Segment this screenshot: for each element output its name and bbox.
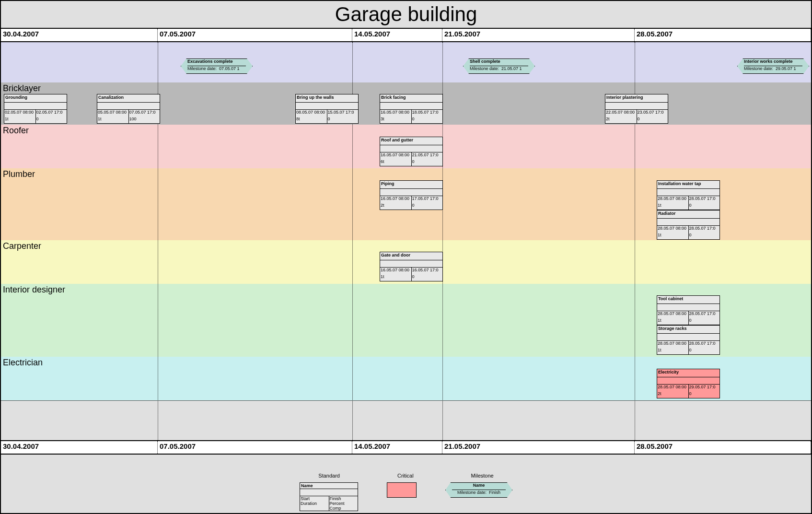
- legend-milestone-box: NameMilestone date: Finish: [445, 482, 512, 498]
- task-percent: 0: [637, 117, 668, 123]
- task-name: Piping: [380, 181, 442, 189]
- task-percent: 0: [412, 203, 443, 210]
- legend-label-milestone: Milestone: [471, 473, 494, 479]
- milestone-date: Milestone date: 29.05.07 1: [744, 66, 802, 73]
- task-duration: 1t: [657, 318, 689, 325]
- legend-label-standard: Standard: [318, 473, 340, 479]
- task-node[interactable]: Electricity28.05.07 08:0029.05.07 17:02t…: [657, 369, 720, 398]
- task-finish: 17.05.07 17:0: [412, 196, 443, 203]
- milestone-name: Excavations complete: [187, 59, 246, 66]
- task-name: Electricity: [657, 369, 719, 377]
- legend: Standard Critical Milestone Name StartFi…: [1, 473, 811, 511]
- task-duration: 1t: [4, 117, 36, 123]
- task-finish: 28.05.07 17:0: [689, 196, 720, 203]
- timeline-header-top: 30.04.200707.05.200714.05.200721.05.2007…: [1, 29, 811, 42]
- task-finish: 29.05.07 17:0: [689, 385, 720, 391]
- task-percent: 0: [689, 348, 720, 354]
- task-node[interactable]: Grounding02.05.07 08:0002.05.07 17:01t0: [4, 94, 67, 124]
- task-duration: 1t: [97, 117, 129, 123]
- task-node[interactable]: Installation water tap28.05.07 08:0028.0…: [657, 180, 720, 210]
- milestone-date: Milestone date: 07.05.07 1: [187, 66, 246, 73]
- swimlane-label: Carpenter: [3, 241, 41, 251]
- task-start: 16.05.07 08:00: [380, 110, 412, 117]
- task-name: Canalization: [97, 94, 160, 103]
- milestone-name: Shell complete: [470, 59, 528, 66]
- task-start: 05.05.07 08:00: [97, 110, 129, 117]
- task-finish: 23.05.07 17:0: [637, 110, 668, 117]
- task-percent: 0: [412, 117, 443, 123]
- task-percent: 0: [689, 391, 720, 398]
- chart-body: BricklayerRooferPlumberCarpenterInterior…: [1, 42, 811, 440]
- task-node[interactable]: Canalization05.05.07 08:0007.05.07 17:01…: [97, 94, 160, 124]
- task-duration: 1t: [657, 203, 689, 210]
- task-duration: 1t: [380, 274, 412, 281]
- task-name: Interior plastering: [605, 94, 668, 103]
- task-node[interactable]: Brick facing16.05.07 08:0018.05.07 17:03…: [380, 94, 443, 124]
- task-finish: 15.05.07 17:0: [327, 110, 359, 117]
- chart-title: Garage building: [1, 1, 811, 29]
- task-start: 28.05.07 08:00: [657, 311, 689, 318]
- task-duration: 1t: [657, 233, 689, 239]
- task-node[interactable]: Storage racks28.05.07 08:0028.05.07 17:0…: [657, 325, 720, 355]
- task-name: Brick facing: [380, 94, 442, 103]
- task-node[interactable]: Radiator28.05.07 08:0028.05.07 17:01t0: [657, 210, 720, 240]
- task-finish: 07.05.07 17:0: [129, 110, 160, 117]
- task-name: Roof and gutter: [380, 137, 442, 145]
- task-name: Tool cabinet: [657, 296, 719, 304]
- legend-critical-box: [387, 482, 417, 498]
- task-node[interactable]: Interior plastering22.05.07 08:0023.05.0…: [605, 94, 668, 124]
- date-cell: 14.05.2007: [352, 441, 442, 454]
- task-start: 28.05.07 08:00: [657, 226, 689, 233]
- task-node[interactable]: Tool cabinet28.05.07 08:0028.05.07 17:01…: [657, 295, 720, 325]
- task-percent: 0: [327, 117, 359, 123]
- task-finish: 28.05.07 17:0: [689, 311, 720, 318]
- swimlane: [1, 42, 811, 83]
- task-node[interactable]: Bring up the walls08.05.07 08:0015.05.07…: [295, 94, 359, 124]
- task-name: Installation water tap: [657, 181, 719, 189]
- task-finish: 02.05.07 17:0: [36, 110, 67, 117]
- date-cell: 21.05.2007: [442, 29, 635, 41]
- task-percent: 0: [689, 203, 720, 210]
- task-percent: 0: [36, 117, 67, 123]
- task-finish: 28.05.07 17:0: [689, 341, 720, 348]
- date-cell: 28.05.2007: [635, 441, 811, 454]
- task-start: 22.05.07 08:00: [605, 110, 637, 117]
- task-percent: 0: [689, 318, 720, 325]
- milestone-node[interactable]: Interior works completeMilestone date: 2…: [737, 58, 809, 74]
- date-cell: 07.05.2007: [158, 29, 352, 41]
- task-start: 16.05.07 08:00: [380, 196, 412, 203]
- task-node[interactable]: Roof and gutter16.05.07 08:0021.05.07 17…: [380, 137, 443, 166]
- legend-standard-box: Name StartFinish DurationPercent Comp: [300, 482, 358, 511]
- task-duration: 6t: [380, 159, 412, 166]
- task-name: Gate and door: [380, 252, 442, 260]
- task-start: 28.05.07 08:00: [657, 341, 689, 348]
- task-name: Radiator: [657, 210, 719, 219]
- task-percent: 100: [129, 117, 160, 123]
- task-start: 28.05.07 08:00: [657, 196, 689, 203]
- task-percent: 0: [412, 274, 443, 281]
- task-percent: 0: [412, 159, 443, 166]
- task-name: Bring up the walls: [296, 94, 358, 103]
- task-start: 28.05.07 08:00: [657, 385, 689, 391]
- task-start: 16.05.07 08:00: [380, 268, 412, 274]
- swimlane-label: Plumber: [3, 169, 35, 179]
- date-cell: 21.05.2007: [442, 441, 635, 454]
- task-duration: 2t: [605, 117, 637, 123]
- task-duration: 2t: [380, 203, 412, 210]
- swimlane-label: Bricklayer: [3, 83, 41, 93]
- swimlane-label: Electrician: [3, 358, 43, 368]
- task-node[interactable]: Gate and door16.05.07 08:0016.05.07 17:0…: [380, 252, 443, 281]
- task-name: Grounding: [4, 94, 67, 103]
- task-start: 02.05.07 08:00: [4, 110, 36, 117]
- milestone-node[interactable]: Excavations completeMilestone date: 07.0…: [181, 58, 253, 74]
- task-duration: 1t: [657, 348, 689, 354]
- task-start: 08.05.07 08:00: [296, 110, 327, 117]
- task-duration: 3t: [380, 117, 412, 123]
- date-cell: 30.04.2007: [1, 441, 158, 454]
- date-cell: 07.05.2007: [158, 441, 352, 454]
- task-duration: 8t: [296, 117, 327, 123]
- legend-label-critical: Critical: [397, 473, 414, 479]
- task-node[interactable]: Piping16.05.07 08:0017.05.07 17:02t0: [380, 180, 443, 210]
- date-cell: 28.05.2007: [635, 29, 811, 41]
- milestone-node[interactable]: Shell completeMilestone date: 21.05.07 1: [463, 58, 535, 74]
